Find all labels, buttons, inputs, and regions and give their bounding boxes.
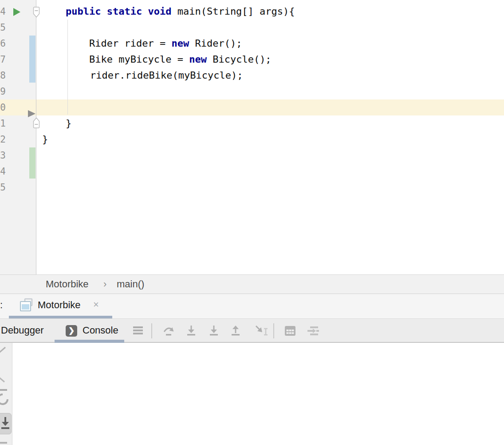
method-signature: main(String[] args){ xyxy=(177,6,295,17)
code-line-14[interactable]: public static void main(String[] args){ xyxy=(66,4,295,20)
breadcrumb-class[interactable]: Motorbike xyxy=(46,275,89,294)
breadcrumb-method[interactable]: main() xyxy=(117,275,144,294)
breadcrumb: Motorbike › main() xyxy=(0,274,504,294)
toolbar-separator xyxy=(151,323,152,338)
line-number[interactable]: 24 xyxy=(0,163,6,179)
code-line-17[interactable]: Bike myBicycle = new Bicycle(); xyxy=(89,52,272,68)
fold-start-icon[interactable] xyxy=(32,7,40,18)
run-window-icon xyxy=(20,298,33,313)
line-number[interactable]: 21 xyxy=(0,115,6,131)
down-stack-trace-icon[interactable] xyxy=(0,374,8,385)
rerun-icon[interactable] xyxy=(0,387,10,410)
gutter-arrow-icon xyxy=(28,110,35,117)
toolbar-separator xyxy=(273,323,274,338)
new-keyword: new xyxy=(171,38,189,49)
line-number[interactable]: 18 xyxy=(0,68,6,83)
java-keywords: public static void xyxy=(66,6,177,17)
stream-trace-icon[interactable] xyxy=(307,325,320,337)
code-line-18[interactable]: rider.rideBike(myBicycle); xyxy=(90,68,243,83)
gutter-divider xyxy=(36,0,36,274)
line-number[interactable]: 25 xyxy=(0,179,6,195)
scroll-to-end-icon xyxy=(0,413,10,433)
line-number[interactable]: 16 xyxy=(0,36,6,52)
added-lines-bar[interactable] xyxy=(29,147,35,179)
step-into-icon[interactable] xyxy=(185,325,197,337)
evaluate-expression-icon[interactable] xyxy=(284,325,296,337)
step-over-icon[interactable] xyxy=(162,325,175,337)
line-number[interactable]: 17 xyxy=(0,52,6,68)
code-line-22[interactable]: } xyxy=(42,131,48,147)
run-tab-bar: : Motorbike × xyxy=(0,294,504,319)
code-line-16[interactable]: Rider rider = new Rider(); xyxy=(89,36,242,52)
caret-row-highlight xyxy=(0,99,504,115)
run-main-icon[interactable] xyxy=(13,8,20,16)
code-editor[interactable]: 14 15 16 17 18 19 20 21 22 23 24 25 publ… xyxy=(0,0,504,274)
step-out-icon[interactable] xyxy=(229,325,242,337)
line-number[interactable]: 19 xyxy=(0,83,6,99)
line-number[interactable]: 22 xyxy=(0,131,6,147)
print-icon[interactable] xyxy=(0,442,7,444)
code-text: Rider(); xyxy=(189,38,242,49)
tab-motorbike[interactable]: Motorbike xyxy=(38,294,81,316)
selected-console-indicator xyxy=(55,340,124,343)
selected-tab-indicator xyxy=(9,316,112,318)
fold-end-icon[interactable] xyxy=(32,117,40,128)
line-number[interactable]: 23 xyxy=(0,147,6,163)
code-line-21[interactable]: } xyxy=(66,115,71,131)
run-to-cursor-icon[interactable] xyxy=(255,325,270,337)
line-number[interactable]: 14 xyxy=(0,4,6,20)
up-stack-trace-icon[interactable] xyxy=(0,346,8,356)
close-icon[interactable]: × xyxy=(93,294,99,316)
code-text: } xyxy=(66,118,71,129)
code-text: Bicycle(); xyxy=(207,54,272,65)
layout-menu-icon[interactable] xyxy=(132,325,144,336)
code-text: Rider rider = xyxy=(89,38,171,49)
force-step-into-icon[interactable] xyxy=(208,325,220,337)
ide-window: 14 15 16 17 18 19 20 21 22 23 24 25 publ… xyxy=(0,0,504,445)
console-panel: /Library/Java/JavaVirtualMachines/jdk-11… xyxy=(0,343,504,445)
toolwindow-partial-label: : xyxy=(0,294,3,316)
scroll-to-end-button[interactable] xyxy=(0,413,12,434)
new-keyword: new xyxy=(189,54,207,65)
console-side-toolbar xyxy=(0,343,12,445)
debug-toolbar: Debugger ❯ Console xyxy=(0,319,504,343)
code-text: rider.rideBike(myBicycle); xyxy=(90,70,243,81)
tab-debugger[interactable]: Debugger xyxy=(1,319,44,342)
code-text: } xyxy=(42,134,48,145)
line-number[interactable]: 15 xyxy=(0,20,6,36)
console-tab-icon: ❯ xyxy=(66,325,77,337)
code-text: Bike myBicycle = xyxy=(89,54,189,65)
line-number[interactable]: 20 xyxy=(0,99,6,115)
chevron-right-icon: › xyxy=(103,275,106,294)
indent-guide xyxy=(67,20,68,115)
changed-lines-bar[interactable] xyxy=(29,36,35,83)
tab-console[interactable]: Console xyxy=(83,319,118,342)
